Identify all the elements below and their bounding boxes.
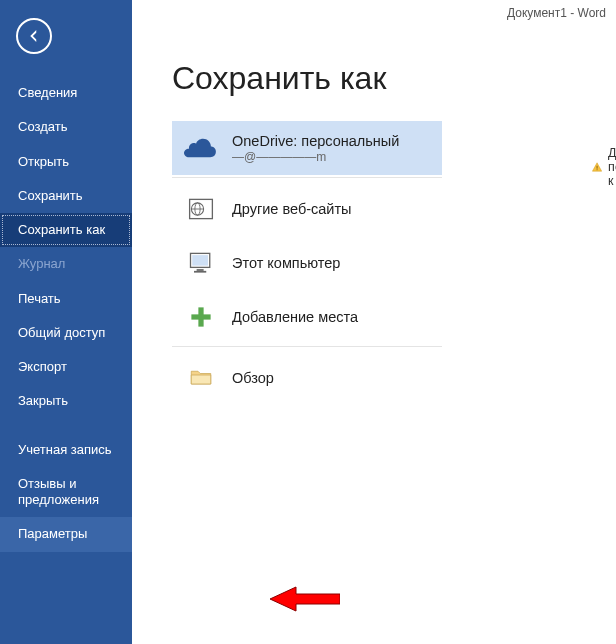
sidebar-item-label: Печать <box>18 291 61 306</box>
sidebar-item-label: Учетная запись <box>18 442 112 457</box>
sidebar-item-close[interactable]: Закрыть <box>0 384 132 418</box>
sidebar-separator <box>0 419 132 433</box>
connection-warning: Для подключения к <box>592 146 616 188</box>
location-title: Другие веб-сайты <box>232 201 352 217</box>
sidebar-item-label: Сохранить как <box>18 222 105 237</box>
annotation-arrow <box>270 585 340 617</box>
warning-triangle-icon <box>592 160 602 174</box>
divider <box>172 177 442 178</box>
sidebar-item-save[interactable]: Сохранить <box>0 179 132 213</box>
onedrive-cloud-icon <box>184 131 218 165</box>
location-browse[interactable]: Обзор <box>172 351 442 405</box>
sidebar-item-feedback[interactable]: Отзывы и предложения <box>0 467 132 518</box>
computer-icon <box>184 246 218 280</box>
svg-rect-5 <box>192 255 208 266</box>
back-arrow-icon <box>25 27 43 45</box>
warning-text: Для подключения к <box>608 146 616 188</box>
sidebar-item-new[interactable]: Создать <box>0 110 132 144</box>
svg-rect-11 <box>597 169 598 170</box>
back-button[interactable] <box>16 18 52 54</box>
sidebar-item-open[interactable]: Открыть <box>0 145 132 179</box>
svg-rect-7 <box>194 271 206 273</box>
svg-rect-6 <box>197 269 204 271</box>
sidebar-item-label: Отзывы и предложения <box>18 476 99 507</box>
window-title: Документ1 - Word <box>507 6 606 20</box>
location-title: Обзор <box>232 370 274 386</box>
location-add-place[interactable]: Добавление места <box>172 290 442 344</box>
save-locations-list: OneDrive: персональный —@—————m Другие в… <box>172 121 442 405</box>
sidebar-item-label: Сведения <box>18 85 77 100</box>
svg-rect-10 <box>597 166 598 169</box>
content-area: Документ1 - Word Сохранить как OneDrive:… <box>132 0 616 644</box>
sidebar-item-label: Закрыть <box>18 393 68 408</box>
divider <box>172 346 442 347</box>
sidebar-item-save-as[interactable]: Сохранить как <box>0 213 132 247</box>
sidebar-item-label: Создать <box>18 119 67 134</box>
sidebar-item-label: Параметры <box>18 526 87 541</box>
location-other-websites[interactable]: Другие веб-сайты <box>172 182 442 236</box>
sidebar-item-share[interactable]: Общий доступ <box>0 316 132 350</box>
sidebar-item-history: Журнал <box>0 247 132 281</box>
sidebar-item-export[interactable]: Экспорт <box>0 350 132 384</box>
sidebar-item-label: Журнал <box>18 256 65 271</box>
folder-icon <box>184 361 218 395</box>
sidebar-item-label: Экспорт <box>18 359 67 374</box>
location-title: Этот компьютер <box>232 255 340 271</box>
location-onedrive[interactable]: OneDrive: персональный —@—————m <box>172 121 442 175</box>
location-subtitle: —@—————m <box>232 150 399 164</box>
globe-icon <box>184 192 218 226</box>
sidebar-item-label: Открыть <box>18 154 69 169</box>
svg-marker-12 <box>270 587 340 611</box>
sidebar: Сведения Создать Открыть Сохранить Сохра… <box>0 0 132 644</box>
sidebar-item-info[interactable]: Сведения <box>0 76 132 110</box>
location-this-pc[interactable]: Этот компьютер <box>172 236 442 290</box>
sidebar-item-account[interactable]: Учетная запись <box>0 433 132 467</box>
sidebar-item-label: Общий доступ <box>18 325 105 340</box>
svg-rect-9 <box>191 314 210 319</box>
location-title: Добавление места <box>232 309 358 325</box>
sidebar-item-options[interactable]: Параметры <box>0 517 132 551</box>
window: Сведения Создать Открыть Сохранить Сохра… <box>0 0 616 644</box>
location-title: OneDrive: персональный <box>232 133 399 149</box>
sidebar-item-print[interactable]: Печать <box>0 282 132 316</box>
sidebar-item-label: Сохранить <box>18 188 83 203</box>
plus-icon <box>184 300 218 334</box>
